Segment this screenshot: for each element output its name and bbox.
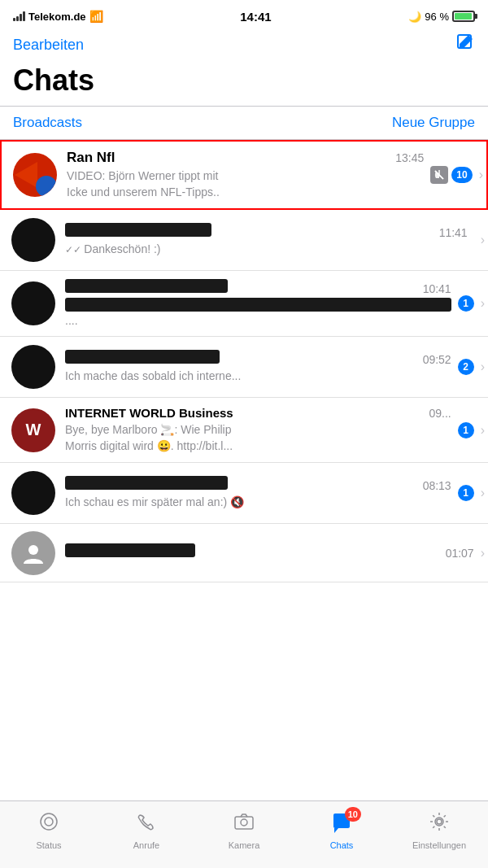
chat-time-4: 09:52 bbox=[423, 353, 451, 366]
chevron-7: › bbox=[481, 546, 488, 560]
iw-logo-text: W bbox=[26, 421, 41, 439]
action-row: Broadcasts Neue Gruppe bbox=[0, 107, 488, 139]
chat-name-ran-nfl: Ran Nfl bbox=[67, 150, 115, 166]
chat-header-6: 08:13 bbox=[65, 476, 451, 492]
chat-header-iw: INTERNET WORLD Business 09... bbox=[65, 406, 451, 420]
chat-item-2[interactable]: 11:41 ✓✓ Dankeschön! :) › bbox=[0, 210, 488, 271]
new-group-button[interactable]: Neue Gruppe bbox=[392, 115, 475, 131]
chevron-ran-nfl: › bbox=[479, 168, 486, 182]
anrufe-icon bbox=[136, 811, 157, 838]
redacted-name-6 bbox=[65, 476, 228, 490]
chat-header-3: 10:41 bbox=[65, 279, 451, 295]
avatar-6 bbox=[11, 471, 55, 515]
redacted-name-4 bbox=[65, 350, 220, 364]
edit-button[interactable]: Bearbeiten bbox=[13, 37, 84, 54]
chat-right-4: 2 bbox=[458, 359, 481, 375]
chevron-2: › bbox=[481, 233, 488, 247]
chat-time-ran-nfl: 13:45 bbox=[395, 151, 424, 164]
chat-header-2: 11:41 bbox=[65, 223, 468, 239]
chat-preview-iw: Bye, bye Marlboro 🚬: Wie Philip Morris d… bbox=[65, 422, 451, 454]
signal-icon bbox=[13, 11, 25, 21]
chat-header-4: 09:52 bbox=[65, 350, 451, 366]
redacted-name-2 bbox=[65, 223, 211, 237]
avatar-7 bbox=[11, 531, 55, 575]
chat-item-7[interactable]: 01:07 › bbox=[0, 524, 488, 582]
badge-3: 1 bbox=[458, 295, 474, 312]
chat-time-3: 10:41 bbox=[423, 282, 451, 295]
nav-bar: Bearbeiten bbox=[0, 29, 488, 63]
badge-4: 2 bbox=[458, 359, 474, 375]
tab-einstellungen[interactable]: Einstellungen bbox=[390, 811, 488, 850]
tab-anrufe-label: Anrufe bbox=[133, 840, 159, 850]
tab-status[interactable]: Status bbox=[0, 811, 98, 850]
redacted-name-7 bbox=[65, 543, 195, 557]
tab-anrufe[interactable]: Anrufe bbox=[98, 811, 195, 850]
chat-right-6: 1 bbox=[458, 485, 481, 501]
svg-point-3 bbox=[41, 813, 57, 830]
chat-content-4: 09:52 Ich mache das sobald ich interne..… bbox=[65, 350, 458, 385]
chat-name-iw: INTERNET WORLD Business bbox=[65, 406, 233, 420]
tab-status-label: Status bbox=[36, 840, 61, 850]
avatar-ran-nfl bbox=[13, 153, 57, 197]
tab-einstellungen-label: Einstellungen bbox=[412, 840, 466, 850]
chat-item-ran-nfl[interactable]: Ran Nfl 13:45 VIDEO: Björn Werner tippt … bbox=[0, 140, 488, 210]
chat-time-iw: 09... bbox=[429, 407, 451, 420]
tab-chats-badge: 10 bbox=[345, 807, 361, 822]
svg-point-7 bbox=[437, 819, 442, 824]
compose-icon bbox=[455, 33, 475, 52]
avatar-2 bbox=[11, 218, 55, 262]
tab-kamera[interactable]: Kamera bbox=[195, 811, 293, 850]
chat-time-7: 01:07 bbox=[446, 547, 474, 560]
avatar-iw: W bbox=[11, 408, 55, 452]
compose-button[interactable] bbox=[455, 33, 475, 57]
chat-right-ran-nfl: 10 bbox=[430, 166, 478, 184]
svg-point-6 bbox=[241, 819, 247, 826]
chevron-iw: › bbox=[481, 423, 488, 438]
status-bar: Telekom.de 📶 14:41 🌙 96 % bbox=[0, 0, 488, 29]
kamera-icon bbox=[233, 811, 255, 838]
tab-chats[interactable]: 10 Chats bbox=[293, 812, 390, 850]
svg-point-4 bbox=[45, 818, 53, 826]
chat-time-2: 11:41 bbox=[439, 226, 468, 239]
avatar-4 bbox=[11, 345, 55, 389]
chat-item-3[interactable]: 10:41 .... 1 › bbox=[0, 271, 488, 337]
carrier-label: Telekom.de bbox=[28, 11, 86, 23]
status-time: 14:41 bbox=[240, 10, 271, 24]
badge-6: 1 bbox=[458, 485, 474, 501]
person-icon bbox=[21, 541, 46, 565]
battery-percent: 96 % bbox=[425, 11, 449, 23]
chat-preview-3: .... bbox=[65, 298, 451, 328]
chat-right-iw: 1 bbox=[458, 422, 481, 438]
chat-content-6: 08:13 Ich schau es mir später mal an:) 🔇 bbox=[65, 476, 458, 511]
chat-header-ran-nfl: Ran Nfl 13:45 bbox=[67, 150, 424, 166]
tab-chats-label: Chats bbox=[330, 840, 354, 850]
chat-preview-4: Ich mache das sobald ich interne... bbox=[65, 369, 451, 385]
chat-header-7: 01:07 bbox=[65, 543, 474, 560]
mute-icon-ran-nfl bbox=[430, 166, 448, 184]
status-carrier: Telekom.de 📶 bbox=[13, 10, 103, 23]
status-battery-area: 🌙 96 % bbox=[408, 11, 475, 23]
einstellungen-icon bbox=[429, 811, 450, 838]
chat-item-6[interactable]: 08:13 Ich schau es mir später mal an:) 🔇… bbox=[0, 463, 488, 524]
broadcasts-button[interactable]: Broadcasts bbox=[13, 115, 82, 131]
tab-chats-icon-wrap: 10 bbox=[330, 812, 353, 838]
redacted-name-3 bbox=[65, 279, 228, 293]
moon-icon: 🌙 bbox=[408, 11, 421, 23]
avatar-3 bbox=[11, 281, 55, 325]
chat-item-iw[interactable]: W INTERNET WORLD Business 09... Bye, bye… bbox=[0, 398, 488, 463]
svg-point-2 bbox=[28, 545, 38, 555]
page-title: Chats bbox=[13, 63, 475, 98]
chat-content-2: 11:41 ✓✓ Dankeschön! :) bbox=[65, 223, 474, 258]
page-title-area: Chats bbox=[0, 63, 488, 106]
chat-content-ran-nfl: Ran Nfl 13:45 VIDEO: Björn Werner tippt … bbox=[67, 150, 430, 200]
chat-right-3: 1 bbox=[458, 295, 481, 312]
chat-preview-ran-nfl: VIDEO: Björn Werner tippt mit Icke und u… bbox=[67, 168, 424, 200]
chat-preview-6: Ich schau es mir später mal an:) 🔇 bbox=[65, 495, 451, 511]
chat-content-iw: INTERNET WORLD Business 09... Bye, bye M… bbox=[65, 406, 458, 454]
chat-content-7: 01:07 bbox=[65, 543, 481, 562]
chat-item-4[interactable]: 09:52 Ich mache das sobald ich interne..… bbox=[0, 337, 488, 398]
chat-content-3: 10:41 .... bbox=[65, 279, 458, 328]
chevron-4: › bbox=[481, 360, 488, 374]
chevron-6: › bbox=[481, 486, 488, 500]
battery-icon bbox=[452, 11, 475, 22]
